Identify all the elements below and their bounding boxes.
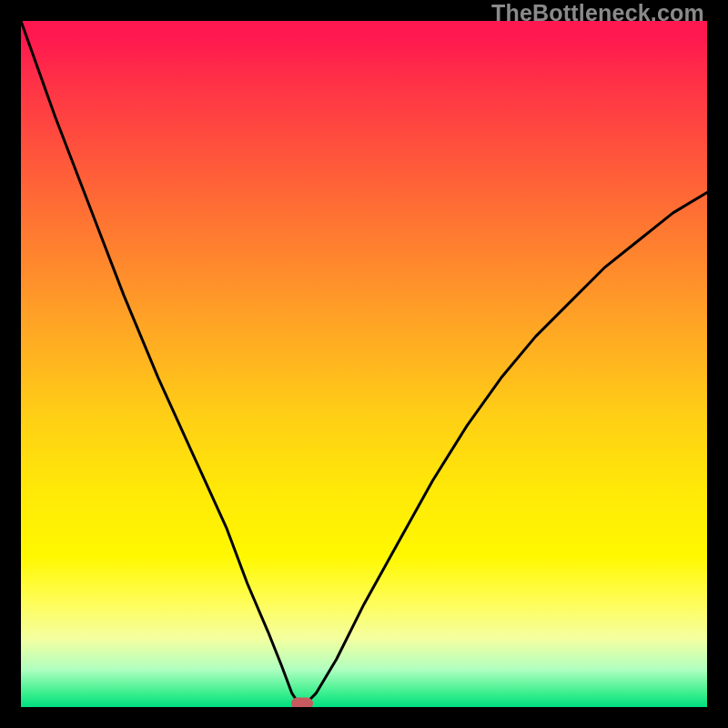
plot-area <box>21 21 707 707</box>
optimum-marker <box>291 698 313 707</box>
bottleneck-curve <box>21 21 707 707</box>
chart-frame: TheBottleneck.com <box>0 0 728 728</box>
